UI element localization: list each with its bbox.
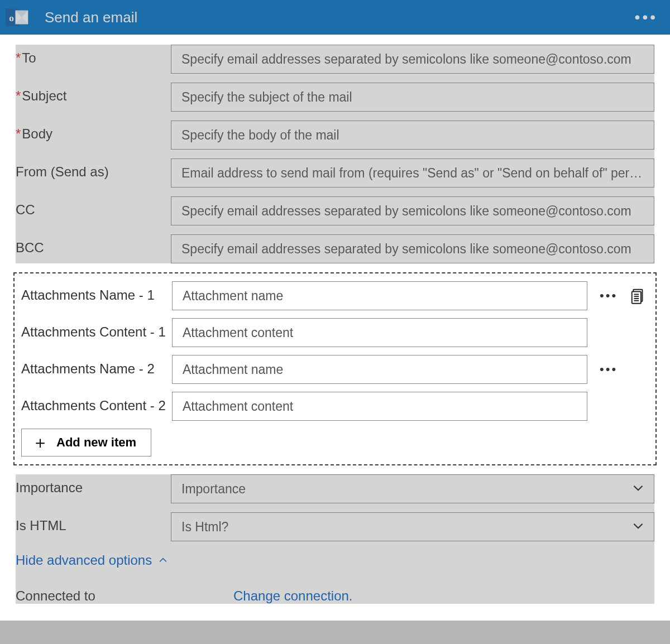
hide-advanced-options-link[interactable]: Hide advanced options — [16, 552, 169, 568]
from-label: From (Send as) — [16, 158, 171, 180]
attachments-section: Attachments Name - 1 ••• — [13, 272, 657, 465]
card-menu-button[interactable]: ••• — [635, 8, 658, 26]
ishtml-label: Is HTML — [16, 512, 171, 534]
attachment-name-2-input[interactable] — [172, 355, 587, 384]
attachment-content-2-input[interactable] — [172, 392, 587, 421]
svg-rect-6 — [632, 292, 641, 304]
attachment-name-1-label: Attachments Name - 1 — [21, 281, 172, 304]
attachment-content-1-label: Attachments Content - 1 — [21, 318, 172, 340]
body-label: *Body — [16, 121, 171, 142]
change-connection-link[interactable]: Change connection. — [233, 588, 353, 604]
svg-text:o: o — [9, 12, 14, 23]
attachment-content-1-input[interactable] — [172, 318, 587, 347]
importance-select[interactable] — [171, 474, 654, 503]
chevron-up-icon — [157, 555, 169, 566]
attachment-name-1-input[interactable] — [172, 281, 587, 310]
bcc-input[interactable] — [171, 234, 654, 263]
attachment-2-more-icon[interactable]: ••• — [597, 362, 620, 377]
attachment-1-token-picker-icon[interactable] — [630, 287, 647, 304]
attachment-content-2-label: Attachments Content - 2 — [21, 392, 172, 414]
plus-icon: ＋ — [32, 434, 49, 451]
from-input[interactable] — [171, 158, 654, 188]
subject-label: *Subject — [16, 83, 171, 104]
outlook-icon: o — [0, 0, 35, 35]
card-header: o Send an email ••• — [0, 0, 670, 35]
attachment-name-2-label: Attachments Name - 2 — [21, 355, 172, 377]
cc-label: CC — [16, 196, 171, 218]
cc-input[interactable] — [171, 196, 654, 225]
add-new-item-label: Add new item — [56, 435, 136, 450]
to-label: *To — [16, 45, 171, 66]
attachment-1-more-icon[interactable]: ••• — [597, 289, 620, 303]
add-new-item-button[interactable]: ＋ Add new item — [21, 429, 151, 456]
ishtml-select[interactable] — [171, 512, 654, 541]
card-title: Send an email — [35, 9, 137, 26]
subject-input[interactable] — [171, 83, 654, 112]
body-input[interactable] — [171, 121, 654, 150]
bcc-label: BCC — [16, 234, 171, 256]
importance-label: Importance — [16, 474, 171, 496]
to-input[interactable] — [171, 45, 654, 74]
connected-to-label: Connected to — [16, 588, 233, 604]
